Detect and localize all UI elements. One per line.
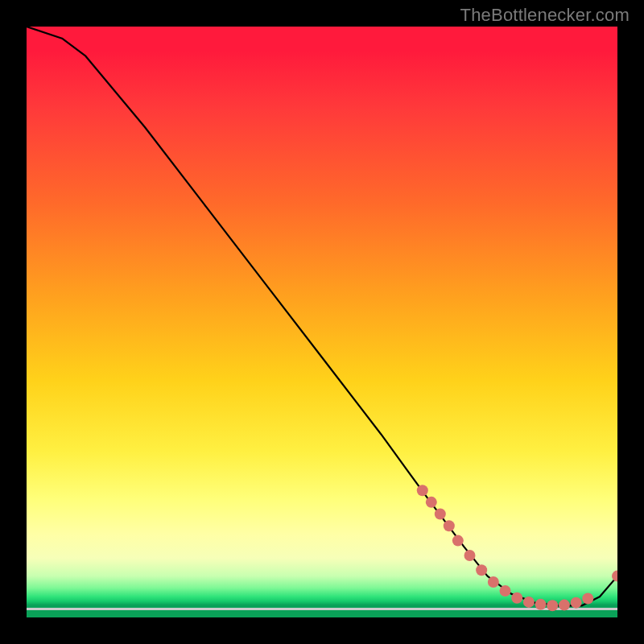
curve-marker bbox=[444, 520, 455, 531]
curve-marker bbox=[426, 497, 437, 508]
curve-marker bbox=[452, 535, 464, 547]
bottleneck-curve bbox=[27, 27, 617, 605]
curve-marker bbox=[464, 550, 476, 561]
curve-marker bbox=[488, 576, 499, 588]
curve-marker bbox=[535, 599, 547, 610]
curve-marker bbox=[523, 597, 535, 608]
curve-marker bbox=[571, 597, 582, 609]
curve-marker bbox=[435, 509, 446, 520]
curve-marker bbox=[582, 593, 593, 605]
plot-area bbox=[27, 27, 617, 617]
curve-markers bbox=[417, 485, 617, 611]
curve-layer bbox=[27, 27, 617, 617]
curve-marker bbox=[500, 585, 511, 597]
watermark-text: TheBottlenecker.com bbox=[460, 5, 630, 26]
curve-marker bbox=[511, 592, 522, 604]
curve-marker bbox=[612, 571, 617, 582]
curve-marker bbox=[559, 600, 570, 611]
curve-marker bbox=[476, 564, 487, 576]
curve-marker bbox=[547, 600, 558, 611]
curve-marker bbox=[417, 485, 428, 496]
chart-stage: TheBottlenecker.com bbox=[0, 0, 644, 644]
